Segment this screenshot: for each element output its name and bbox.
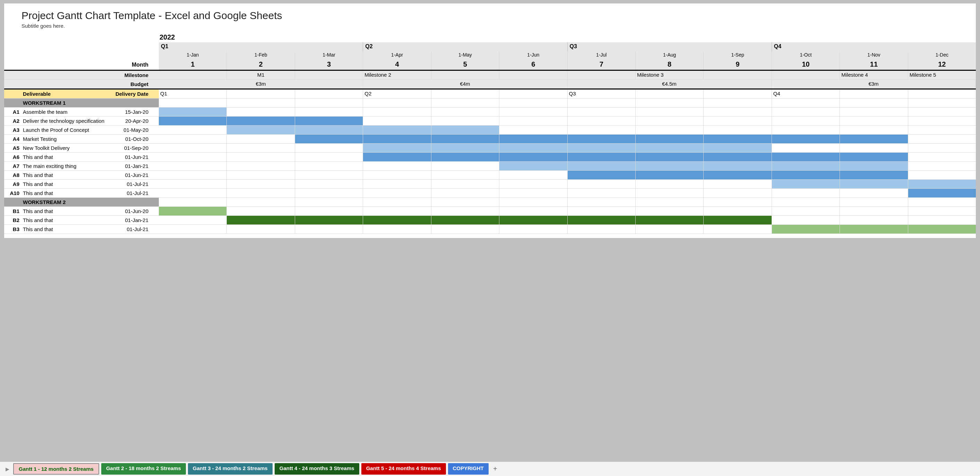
sheet-tab-1[interactable]: Gantt 1 - 12 months 2 Streams: [13, 463, 99, 474]
task-date-A3[interactable]: 01-May-20: [110, 126, 151, 134]
task-name-B1[interactable]: This and that: [22, 207, 110, 215]
gantt-cell-B3-3[interactable]: [295, 225, 363, 234]
gantt-bar[interactable]: [704, 162, 771, 170]
gantt-cell-A7-6[interactable]: [500, 162, 567, 170]
gantt-cell-A6-12[interactable]: [908, 153, 976, 161]
gantt-cell-A7-9[interactable]: [704, 162, 772, 170]
gantt-cell-A5-9[interactable]: [704, 143, 772, 152]
gantt-cell-A5-12[interactable]: [908, 143, 976, 152]
gantt-cell-B3-2[interactable]: [227, 225, 295, 234]
gantt-bar[interactable]: [500, 162, 567, 170]
task-date-A5[interactable]: 01-Sep-20: [110, 143, 151, 152]
gantt-cell-A6-3[interactable]: [295, 153, 363, 161]
gantt-cell-A4-3[interactable]: [295, 135, 363, 143]
gantt-cell-A8-1[interactable]: [159, 171, 227, 179]
gantt-cell-B1-1[interactable]: [159, 207, 227, 215]
task-name-B3[interactable]: This and that: [22, 225, 110, 234]
gantt-cell-A6-1[interactable]: [159, 153, 227, 161]
sheet-tab-3[interactable]: Gantt 3 - 24 months 2 Streams: [188, 463, 272, 474]
gantt-bar[interactable]: [568, 216, 635, 224]
gantt-bar[interactable]: [568, 171, 635, 179]
gantt-cell-B3-9[interactable]: [704, 225, 772, 234]
gantt-bar[interactable]: [227, 216, 294, 224]
gantt-cell-A5-5[interactable]: [431, 143, 500, 152]
milestone-cell-12[interactable]: Milestone 5: [908, 71, 976, 80]
gantt-cell-A10-6[interactable]: [500, 189, 567, 197]
gantt-cell-A7-7[interactable]: [568, 162, 636, 170]
task-date-A8[interactable]: 01-Jun-21: [110, 171, 151, 179]
gantt-cell-A10-7[interactable]: [568, 189, 636, 197]
gantt-cell-A4-10[interactable]: [772, 135, 840, 143]
budget-cell-q4[interactable]: €3m: [772, 80, 976, 89]
task-date-B2[interactable]: 01-Jan-21: [110, 216, 151, 224]
gantt-bar[interactable]: [704, 143, 771, 152]
gantt-bar[interactable]: [636, 171, 703, 179]
gantt-cell-B3-1[interactable]: [159, 225, 227, 234]
gantt-cell-A9-10[interactable]: [772, 180, 840, 188]
gantt-cell-A10-11[interactable]: [840, 189, 908, 197]
gantt-bar[interactable]: [500, 216, 567, 224]
gantt-cell-B1-12[interactable]: [908, 207, 976, 215]
task-name-A4[interactable]: Market Testing: [22, 135, 110, 143]
gantt-cell-A2-9[interactable]: [704, 116, 772, 125]
gantt-cell-A7-4[interactable]: [363, 162, 431, 170]
gantt-cell-A9-12[interactable]: [908, 180, 976, 188]
gantt-bar[interactable]: [159, 207, 226, 215]
gantt-cell-A10-5[interactable]: [431, 189, 500, 197]
milestone-cell-6[interactable]: [500, 71, 567, 80]
gantt-cell-A2-12[interactable]: [908, 116, 976, 125]
gantt-bar[interactable]: [159, 108, 226, 116]
budget-cell-q2[interactable]: €4m: [363, 80, 567, 89]
gantt-bar[interactable]: [431, 216, 499, 224]
gantt-cell-A3-7[interactable]: [568, 126, 636, 134]
tab-nav-prev-icon[interactable]: ▶: [3, 465, 11, 473]
task-name-A3[interactable]: Launch the Proof of Concept: [22, 126, 110, 134]
budget-cell-q1[interactable]: €3m: [159, 80, 363, 89]
gantt-cell-A9-6[interactable]: [500, 180, 567, 188]
gantt-cell-A6-5[interactable]: [431, 153, 500, 161]
budget-cell-q3[interactable]: €4.5m: [567, 80, 772, 89]
gantt-cell-A1-2[interactable]: [227, 108, 295, 116]
gantt-cell-A9-7[interactable]: [568, 180, 636, 188]
task-name-A5[interactable]: New Toolkit Delivery: [22, 143, 110, 152]
gantt-bar[interactable]: [636, 135, 703, 143]
sheet-canvas[interactable]: Project Gantt Chart Template - Excel and…: [4, 3, 976, 238]
gantt-cell-A3-1[interactable]: [159, 126, 227, 134]
task-name-A6[interactable]: This and that: [22, 153, 110, 161]
gantt-cell-A1-11[interactable]: [840, 108, 908, 116]
sheet-scroll-area[interactable]: Project Gantt Chart Template - Excel and…: [0, 0, 980, 462]
gantt-cell-A9-8[interactable]: [636, 180, 704, 188]
gantt-cell-A10-10[interactable]: [772, 189, 840, 197]
gantt-bar[interactable]: [772, 135, 840, 143]
task-date-B1[interactable]: 01-Jun-20: [110, 207, 151, 215]
task-date-A10[interactable]: 01-Jul-21: [110, 189, 151, 197]
gantt-cell-A8-2[interactable]: [227, 171, 295, 179]
gantt-bar[interactable]: [704, 135, 771, 143]
milestone-cell-11[interactable]: Milestone 4: [840, 71, 908, 80]
gantt-cell-A6-4[interactable]: [363, 153, 431, 161]
gantt-cell-A2-8[interactable]: [636, 116, 704, 125]
task-date-A2[interactable]: 20-Apr-20: [110, 116, 151, 125]
gantt-cell-A2-11[interactable]: [840, 116, 908, 125]
gantt-cell-A9-11[interactable]: [840, 180, 908, 188]
gantt-cell-A9-1[interactable]: [159, 180, 227, 188]
gantt-cell-B2-4[interactable]: [363, 216, 431, 224]
gantt-bar[interactable]: [568, 153, 635, 161]
gantt-cell-A2-1[interactable]: [159, 116, 227, 125]
gantt-bar[interactable]: [295, 216, 363, 224]
gantt-cell-A2-4[interactable]: [363, 116, 431, 125]
gantt-cell-B2-2[interactable]: [227, 216, 295, 224]
milestone-cell-5[interactable]: [431, 71, 500, 80]
gantt-cell-A4-8[interactable]: [636, 135, 704, 143]
gantt-cell-A2-6[interactable]: [500, 116, 567, 125]
gantt-cell-B2-1[interactable]: [159, 216, 227, 224]
gantt-cell-A4-5[interactable]: [431, 135, 500, 143]
task-name-A7[interactable]: The main exciting thing: [22, 162, 110, 170]
gantt-cell-A4-1[interactable]: [159, 135, 227, 143]
gantt-cell-A2-7[interactable]: [568, 116, 636, 125]
gantt-cell-A4-4[interactable]: [363, 135, 431, 143]
gantt-bar[interactable]: [431, 135, 499, 143]
gantt-cell-A7-2[interactable]: [227, 162, 295, 170]
gantt-cell-A8-3[interactable]: [295, 171, 363, 179]
gantt-bar[interactable]: [227, 126, 294, 134]
